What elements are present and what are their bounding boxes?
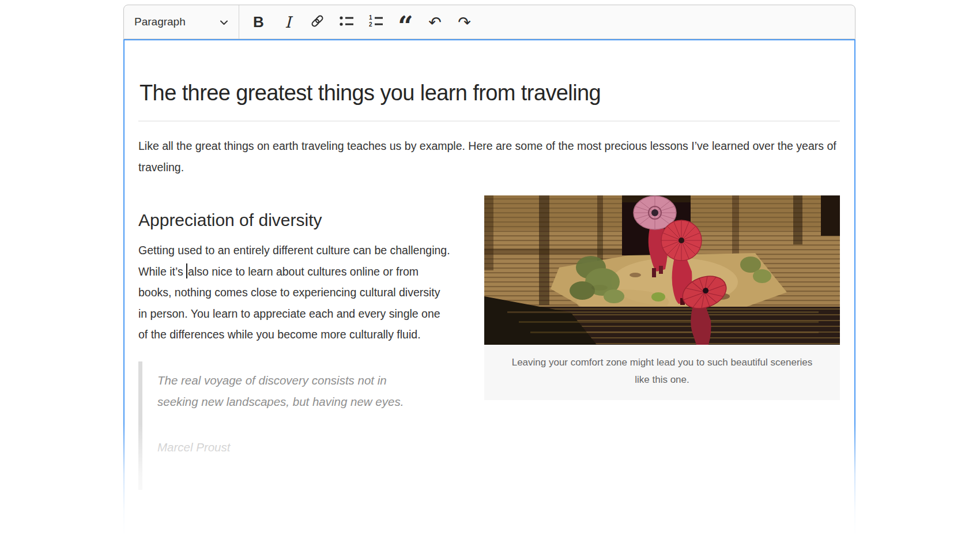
quote-author: Marcel Proust [157, 436, 409, 458]
monks-with-umbrellas-photo [484, 195, 840, 345]
italic-icon: I [285, 13, 291, 31]
bold-button[interactable]: B [244, 5, 273, 39]
link-icon [310, 13, 325, 31]
undo-button[interactable]: ↶ [420, 5, 450, 39]
blockquote: The real voyage of discovery consists no… [138, 361, 409, 490]
text-cursor-caret [186, 263, 187, 278]
italic-button[interactable]: I [273, 5, 303, 39]
image-caption: Leaving your comfort zone might lead you… [484, 345, 840, 400]
svg-text:1: 1 [369, 14, 372, 21]
quote-text: The real voyage of discovery consists no… [157, 370, 409, 412]
rich-text-editor: Paragraph B I [123, 5, 855, 535]
paragraph-style-label: Paragraph [134, 16, 186, 28]
numbered-list-icon: 1 2 [368, 13, 384, 31]
editor-toolbar: Paragraph B I [123, 5, 855, 39]
undo-icon: ↶ [428, 13, 442, 31]
svg-text:2: 2 [369, 21, 372, 28]
article-title: The three greatest things you learn from… [138, 65, 840, 122]
redo-icon: ↷ [458, 13, 471, 31]
article-image-figure[interactable]: Leaving your comfort zone might lead you… [484, 195, 840, 400]
redo-button[interactable]: ↷ [450, 5, 479, 39]
chevron-down-icon [220, 16, 228, 28]
bulleted-list-button[interactable] [332, 5, 361, 39]
block-quote-icon: “ [398, 13, 413, 31]
numbered-list-button[interactable]: 1 2 [361, 5, 391, 39]
bulleted-list-icon [339, 13, 355, 31]
intro-paragraph: Like all the great things on earth trave… [138, 135, 840, 178]
paragraph-style-dropdown[interactable]: Paragraph [124, 5, 239, 39]
toolbar-button-group: B I [239, 5, 479, 39]
bold-icon: B [253, 13, 264, 31]
editable-content-area[interactable]: The three greatest things you learn from… [123, 39, 855, 535]
block-quote-button[interactable]: “ [391, 5, 420, 39]
ckeditor-demo-page: Paragraph B I [0, 0, 980, 535]
link-button[interactable] [303, 5, 332, 39]
